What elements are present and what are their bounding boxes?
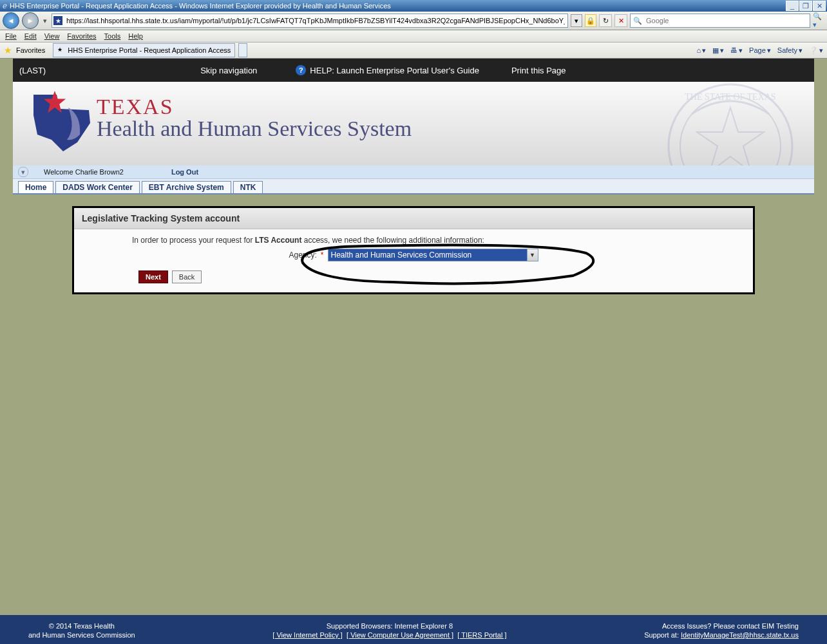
tab-ebt[interactable]: EBT Archive System <box>142 181 231 193</box>
next-button[interactable]: Next <box>138 270 168 283</box>
help-icon: ? <box>296 65 306 75</box>
svg-marker-4 <box>697 108 764 166</box>
menu-edit[interactable]: Edit <box>24 32 37 40</box>
print-menu[interactable]: 🖶▾ <box>730 46 743 55</box>
forward-nav-button[interactable]: ► <box>22 12 39 29</box>
required-icon: * <box>321 251 324 260</box>
tab-ntk[interactable]: NTK <box>233 181 263 193</box>
browser-tab[interactable]: ★ HHS Enterprise Portal - Request Applic… <box>53 43 235 57</box>
menu-tools[interactable]: Tools <box>104 32 121 40</box>
ie-icon: ℯ <box>3 1 7 10</box>
help-link[interactable]: ? HELP: Launch Enterprise Portal User's … <box>296 65 479 75</box>
state-seal-icon: THE STATE OF TEXAS <box>666 82 795 166</box>
logo-texas: TEXAS <box>97 95 412 119</box>
menu-favorites[interactable]: Favorites <box>67 32 96 40</box>
footer-copyright: © 2014 Texas Health and Human Services C… <box>28 622 135 639</box>
footer-support: Access Issues? Please contact EIM Testin… <box>644 622 799 639</box>
logo-subtitle: Health and Human Services System <box>97 117 412 141</box>
home-icon: ⌂ <box>696 46 701 54</box>
expand-icon[interactable]: ▾ <box>18 167 28 177</box>
supported-browsers: Supported Browsers: Internet Explorer 8 <box>327 622 453 630</box>
welcome-text: Welcome Charlie Brown2 <box>44 168 124 176</box>
feeds-menu[interactable]: ▦▾ <box>712 46 724 55</box>
lts-panel: Legislative Tracking System account In o… <box>72 206 755 294</box>
refresh-button[interactable]: ↻ <box>599 14 612 27</box>
address-toolbar: ◄ ► ▾ ★ ▾ 🔒 ↻ ✕ 🔍 🔍▾ <box>0 12 827 30</box>
print-page-link[interactable]: Print this Page <box>511 66 566 75</box>
site-footer: © 2014 Texas Health and Human Services C… <box>0 615 827 644</box>
print-icon: 🖶 <box>730 46 737 54</box>
svg-marker-0 <box>33 95 90 151</box>
tiers-portal-link[interactable]: [ TIERS Portal ] <box>457 631 506 639</box>
internet-policy-link[interactable]: [ View Internet Policy ] <box>272 631 343 639</box>
back-nav-button[interactable]: ◄ <box>3 12 19 29</box>
feed-icon: ▦ <box>712 46 719 55</box>
page-viewport: (LAST) Skip navigation ? HELP: Launch En… <box>0 59 827 644</box>
panel-body: In order to process your request for LTS… <box>74 229 753 292</box>
address-bar[interactable]: ★ <box>52 14 568 28</box>
agency-select[interactable]: ▼ <box>328 249 538 261</box>
tab-home[interactable]: Home <box>18 181 53 193</box>
last-label: (LAST) <box>19 66 46 75</box>
agency-label: Agency: <box>289 251 316 260</box>
agency-row: Agency: * ▼ <box>87 249 740 261</box>
nav-history-dropdown[interactable]: ▾ <box>41 15 49 26</box>
utility-bar: (LAST) Skip navigation ? HELP: Launch En… <box>13 59 814 82</box>
url-dropdown[interactable]: ▾ <box>571 14 582 27</box>
content-area: Legislative Tracking System account In o… <box>13 194 814 580</box>
close-button[interactable]: ✕ <box>813 1 826 11</box>
page-content: (LAST) Skip navigation ? HELP: Launch En… <box>13 59 814 580</box>
favorites-bar: ★ Favorites ★ HHS Enterprise Portal - Re… <box>0 43 827 59</box>
texas-logo-icon <box>31 90 88 146</box>
lock-icon[interactable]: 🔒 <box>585 14 596 27</box>
svg-text:THE STATE OF TEXAS: THE STATE OF TEXAS <box>685 92 775 102</box>
tab-dads[interactable]: DADS Work Center <box>55 181 139 193</box>
home-menu[interactable]: ⌂▾ <box>696 46 706 55</box>
skip-navigation-link[interactable]: Skip navigation <box>200 66 257 75</box>
favorites-star-icon[interactable]: ★ <box>4 45 12 55</box>
search-icon: 🔍 <box>633 17 642 25</box>
favorites-label[interactable]: Favorites <box>16 46 45 54</box>
chevron-down-icon[interactable]: ▼ <box>527 249 538 261</box>
logout-link[interactable]: Log Out <box>171 168 198 176</box>
support-email-link[interactable]: IdentityManageTest@hhsc.state.tx.us <box>681 631 799 639</box>
main-tabs: Home DADS Work Center EBT Archive System… <box>13 179 814 194</box>
back-button[interactable]: Back <box>172 270 202 283</box>
gear-icon: ❔ <box>809 46 818 55</box>
menu-help[interactable]: Help <box>128 32 143 40</box>
computer-use-agreement-link[interactable]: [ View Computer Use Agreement ] <box>347 631 453 639</box>
search-go-button[interactable]: 🔍▾ <box>813 15 824 26</box>
browser-search-box[interactable]: 🔍 <box>630 14 810 28</box>
restore-button[interactable]: ❐ <box>799 1 812 11</box>
stop-button[interactable]: ✕ <box>614 14 627 27</box>
window-title: HHS Enterprise Portal - Request Applicat… <box>10 2 391 10</box>
agency-select-value[interactable] <box>328 249 527 261</box>
tab-title: HHS Enterprise Portal - Request Applicat… <box>68 46 231 54</box>
url-field[interactable] <box>65 16 566 25</box>
menu-file[interactable]: File <box>5 32 17 40</box>
search-input[interactable] <box>645 16 807 25</box>
site-icon: ★ <box>53 16 62 25</box>
tools-icon-menu[interactable]: ❔▾ <box>809 46 823 55</box>
safety-menu[interactable]: Safety ▾ <box>777 46 803 55</box>
panel-info: In order to process your request for LTS… <box>132 236 740 245</box>
panel-heading: Legislative Tracking System account <box>74 208 753 229</box>
minimize-button[interactable]: _ <box>786 1 799 11</box>
tab-icon: ★ <box>57 46 65 54</box>
menu-bar: File Edit View Favorites Tools Help <box>0 30 827 43</box>
page-menu[interactable]: Page ▾ <box>749 46 771 55</box>
menu-view[interactable]: View <box>44 32 60 40</box>
site-header: TEXAS Health and Human Services System T… <box>13 82 814 166</box>
window-titlebar: ℯ HHS Enterprise Portal - Request Applic… <box>0 0 827 12</box>
welcome-bar: ▾ Welcome Charlie Brown2 Log Out <box>13 166 814 179</box>
site-logo-text: TEXAS Health and Human Services System <box>97 95 412 141</box>
new-tab-button[interactable] <box>238 43 247 57</box>
footer-center: Supported Browsers: Internet Explorer 8 … <box>272 622 506 639</box>
